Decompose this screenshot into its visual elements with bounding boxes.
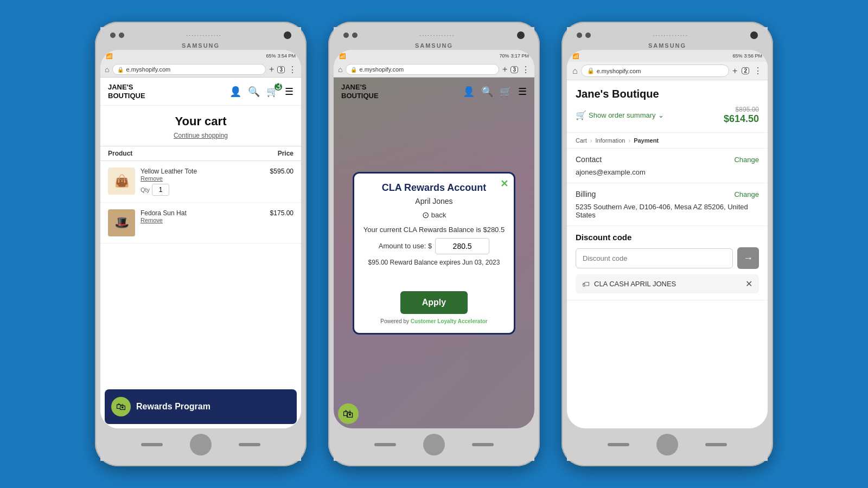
qty-label-0: Qty	[141, 187, 150, 193]
time-3: 3:56 PM	[744, 53, 762, 59]
rewards-modal: ✕ CLA Rewards Account April Jones ⊙ back…	[353, 172, 515, 335]
qty-input-0[interactable]: 1	[152, 184, 169, 196]
modal-title: CLA Rewards Account	[363, 182, 505, 194]
product-price-0: $595.00	[270, 168, 293, 175]
recents-nav-btn-3[interactable]	[705, 443, 727, 446]
contact-change-link[interactable]: Change	[734, 156, 759, 164]
rewards-program-button[interactable]: Rewards Program	[105, 389, 297, 424]
account-icon[interactable]: 👤	[229, 86, 241, 98]
phone-1: ············· SAMSUNG 📶 65% 3:54 PM ⌂ 🔒 …	[95, 22, 307, 466]
cart-count: 3	[275, 83, 282, 91]
menu-icon-2[interactable]: ⋮	[521, 65, 530, 75]
product-col-header: Product	[108, 150, 132, 157]
product-name-1: Fedora Sun Hat	[141, 209, 265, 217]
p2-account-icon[interactable]: 👤	[463, 86, 475, 98]
p2-store-logo: JANE'SBOUTIQUE	[341, 83, 379, 100]
back-nav-btn-1[interactable]	[141, 443, 163, 446]
browser-bar-3: ⌂ 🔒 e.myshopify.com + 2 ⋮	[567, 62, 768, 80]
menu-icon-1[interactable]: ⋮	[288, 65, 297, 75]
phone-speakers-left-2	[343, 33, 358, 38]
p2-nav-icons: 👤 🔍 🛒 ☰	[463, 86, 527, 98]
breadcrumb-sep-1: ›	[590, 137, 592, 144]
p2-cart-icon[interactable]: 🛒	[500, 86, 512, 98]
home-nav-btn-2[interactable]	[423, 434, 445, 455]
show-order-summary-button[interactable]: 🛒 Show order summary ⌄	[576, 110, 664, 120]
modal-apply-button[interactable]: Apply	[400, 291, 468, 314]
cart-icon[interactable]: 🛒 3	[266, 86, 278, 98]
remove-btn-0[interactable]: Remove	[141, 175, 265, 182]
phone-speakers-left-3	[577, 33, 591, 38]
back-nav-btn-3[interactable]	[608, 443, 629, 446]
phone-inner-2: 📶 70% 3:17 PM ⌂ 🔒 e.myshopify.com + 3 ⋮ …	[334, 50, 534, 428]
modal-amount-row: Amount to use: $	[363, 238, 505, 254]
contact-section: Contact Change ajones@example.com	[567, 149, 768, 183]
tag-icon: 🏷	[582, 280, 590, 288]
shopify-logo-icon	[111, 397, 131, 416]
recents-nav-btn-2[interactable]	[472, 443, 494, 446]
billing-change-link[interactable]: Change	[734, 190, 759, 198]
home-icon-2[interactable]: ⌂	[338, 65, 342, 74]
breadcrumb-cart[interactable]: Cart	[576, 137, 587, 144]
p2-menu-icon[interactable]: ☰	[518, 86, 527, 98]
product-info-0: Yellow Leather Tote Remove Qty 1	[141, 168, 265, 196]
discount-apply-button[interactable]: →	[737, 247, 759, 269]
modal-back-button[interactable]: ⊙ back	[363, 210, 505, 220]
continue-shopping-link[interactable]: Continue shopping	[100, 132, 301, 139]
battery-2: 70%	[499, 53, 509, 59]
phone-top-2: ·············	[334, 27, 534, 41]
remove-btn-1[interactable]: Remove	[141, 217, 265, 223]
phone-bottom-1	[100, 428, 301, 461]
breadcrumb-information[interactable]: Information	[595, 137, 625, 144]
phone-top-3: ·············	[567, 27, 768, 41]
checkout-header: Jane's Boutique 🛒 Show order summary ⌄ $…	[567, 80, 768, 133]
rewards-btn-container: Rewards Program	[100, 385, 301, 428]
discount-tag: 🏷 CLA CASH APRIL JONES ✕	[576, 274, 759, 293]
tag-remove-button[interactable]: ✕	[745, 279, 752, 289]
home-icon-3[interactable]: ⌂	[572, 66, 578, 76]
phone-3: ············· SAMSUNG 📶 65% 3:56 PM ⌂ 🔒 …	[561, 22, 773, 466]
modal-close-button[interactable]: ✕	[500, 178, 508, 190]
back-nav-btn-2[interactable]	[374, 443, 396, 446]
home-nav-btn-1[interactable]	[190, 434, 212, 455]
tag-label: CLA CASH APRIL JONES	[594, 280, 741, 288]
camera-3	[750, 31, 758, 39]
address-bar-2[interactable]: 🔒 e.myshopify.com	[346, 64, 499, 75]
samsung-label-3: SAMSUNG	[567, 41, 768, 50]
discount-title: Discount code	[576, 233, 759, 242]
tab-count-3[interactable]: 2	[742, 67, 749, 74]
store-logo: JANE'SBOUTIQUE	[108, 83, 145, 100]
discount-code-input[interactable]	[576, 248, 733, 268]
modal-amount-input[interactable]	[435, 238, 489, 254]
menu-icon-3[interactable]: ⋮	[754, 66, 762, 76]
address-bar-3[interactable]: 🔒 e.myshopify.com	[581, 65, 729, 77]
speaker-dot-3	[343, 33, 349, 38]
phone-2: ············· SAMSUNG 📶 70% 3:17 PM ⌂ 🔒 …	[328, 22, 540, 466]
product-image-1: 🎩	[108, 209, 135, 236]
status-bar-3: 📶 65% 3:56 PM	[567, 50, 768, 62]
search-icon[interactable]: 🔍	[248, 86, 260, 98]
tab-count-1[interactable]: 3	[277, 66, 285, 73]
menu-hamburger-icon[interactable]: ☰	[285, 86, 293, 98]
lock-icon-2: 🔒	[350, 67, 357, 73]
plus-icon-3[interactable]: +	[732, 66, 737, 76]
modal-amount-label: Amount to use: $	[379, 242, 432, 250]
modal-expiry-text: $95.00 Reward Balance expires Jun 03, 20…	[363, 259, 505, 266]
plus-icon-2[interactable]: +	[502, 65, 507, 74]
tab-count-2[interactable]: 3	[510, 66, 518, 73]
qty-row-0: Qty 1	[141, 184, 265, 196]
plus-icon-1[interactable]: +	[269, 65, 274, 74]
status-right-2: 70% 3:17 PM	[499, 53, 529, 59]
recents-nav-btn-1[interactable]	[239, 443, 260, 446]
p2-search-icon[interactable]: 🔍	[481, 86, 493, 98]
home-icon-1[interactable]: ⌂	[105, 65, 109, 74]
browser-bar-2: ⌂ 🔒 e.myshopify.com + 3 ⋮	[334, 62, 534, 78]
discount-input-row: →	[576, 247, 759, 269]
rewards-label: Rewards Program	[136, 402, 210, 412]
address-bar-1[interactable]: 🔒 e.myshopify.com	[112, 64, 266, 75]
lock-icon-3: 🔒	[587, 67, 595, 74]
lock-icon-1: 🔒	[117, 67, 124, 73]
home-nav-btn-3[interactable]	[656, 434, 678, 455]
browser-icons-3: + 2 ⋮	[732, 66, 762, 76]
contact-header: Contact Change	[576, 155, 759, 164]
phone-inner-3: 📶 65% 3:56 PM ⌂ 🔒 e.myshopify.com + 2 ⋮ …	[567, 50, 768, 428]
